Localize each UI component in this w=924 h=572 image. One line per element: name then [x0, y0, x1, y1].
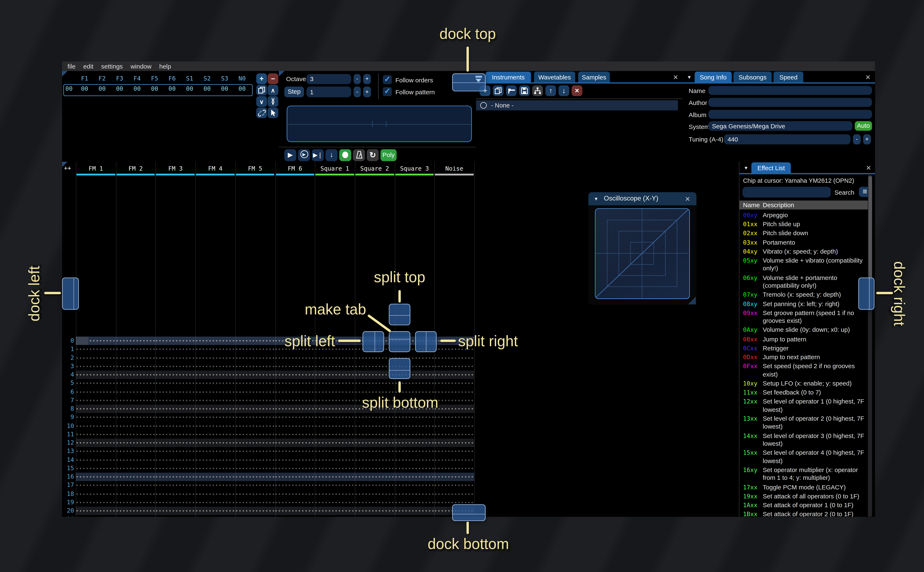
instruments-close-icon[interactable]: ×: [673, 73, 678, 81]
tab-wavetables[interactable]: Wavetables: [534, 72, 575, 82]
effect-row[interactable]: 0CxxRetrigger: [743, 344, 868, 352]
pattern-row[interactable]: 4: [62, 371, 474, 379]
repeat-pattern-button[interactable]: ↻: [367, 149, 379, 161]
tuning-increase-button[interactable]: +: [863, 134, 871, 145]
resize-grip-icon[interactable]: [688, 297, 696, 305]
author-field[interactable]: [709, 98, 872, 107]
order-cell[interactable]: 00: [111, 85, 128, 94]
follow-orders-checkbox[interactable]: ✓: [383, 75, 392, 84]
pattern-row[interactable]: 16: [62, 473, 474, 481]
song-info-close-icon[interactable]: ×: [865, 73, 870, 81]
system-field[interactable]: Sega Genesis/Mega Drive: [709, 121, 852, 131]
octave-decrease-button[interactable]: -: [354, 74, 361, 84]
instrument-open-button[interactable]: [506, 85, 517, 96]
step-increase-button[interactable]: +: [363, 87, 371, 97]
instrument-move-up-button[interactable]: ↑: [545, 85, 556, 96]
menu-settings[interactable]: settings: [101, 63, 123, 70]
effect-search-input[interactable]: [742, 187, 831, 197]
pattern-row[interactable]: 9: [62, 413, 474, 422]
effect-row[interactable]: 14xxSet level of operator 3 (0 highest, …: [743, 432, 868, 448]
instrument-folder-toggle-button[interactable]: [532, 85, 543, 96]
follow-pattern-checkbox[interactable]: ✓: [383, 87, 392, 96]
effect-row[interactable]: 16xySet operator multiplier (x: operator…: [743, 466, 868, 482]
effect-row[interactable]: 0DxxJump to next pattern: [743, 353, 868, 362]
effect-row[interactable]: 09xxSet groove pattern (speed 1 if no gr…: [743, 309, 868, 325]
effect-row[interactable]: 07xyTremolo (x: speed; y: depth): [743, 291, 868, 299]
split-right-target[interactable]: [415, 331, 437, 352]
tab-samples[interactable]: Samples: [578, 72, 610, 82]
effect-row[interactable]: 17xxToggle PCM mode (LEGACY): [743, 483, 868, 491]
order-edit-mode-button[interactable]: [268, 107, 278, 118]
order-cell[interactable]: 00: [128, 85, 146, 94]
pattern-row[interactable]: 19: [62, 498, 474, 507]
dock-top-target[interactable]: [452, 73, 486, 92]
tab-speed[interactable]: Speed: [774, 72, 804, 82]
pattern-row[interactable]: 17: [62, 481, 474, 490]
effect-row[interactable]: 1BxxSet attack of operator 2 (0 to 1F): [743, 510, 868, 517]
pattern-row[interactable]: 11: [62, 430, 474, 438]
make-tab-target[interactable]: [389, 331, 410, 352]
effect-row[interactable]: 12xxSet level of operator 1 (0 highest, …: [743, 398, 868, 414]
order-duplicate-icon-button[interactable]: [256, 85, 267, 95]
order-cell[interactable]: 00: [93, 85, 111, 94]
order-cell[interactable]: 00: [164, 85, 181, 94]
pattern-row[interactable]: 12: [62, 438, 474, 447]
play-repeat-button[interactable]: ▶: [298, 149, 310, 161]
system-auto-button[interactable]: Auto: [855, 121, 872, 131]
metronome-button[interactable]: [353, 149, 365, 161]
effect-row[interactable]: 0BxxJump to pattern: [743, 335, 868, 343]
effect-row[interactable]: 0FxxSet speed (speed 2 if no grooves exi…: [743, 362, 868, 378]
pattern-row[interactable]: 15: [62, 464, 474, 473]
album-field[interactable]: [709, 110, 872, 119]
effect-row[interactable]: 02xxPitch slide down: [743, 229, 868, 238]
tab-instruments[interactable]: Instruments: [486, 72, 531, 82]
instrument-list-item-none[interactable]: - None -: [476, 100, 678, 110]
effect-row[interactable]: 08xySet panning (x: left; y: right): [743, 300, 868, 308]
effect-row[interactable]: 04xyVibrato (x: speed; y: depth): [743, 247, 868, 256]
effect-list-close-icon[interactable]: ×: [866, 163, 871, 172]
record-button[interactable]: [339, 149, 351, 161]
name-field[interactable]: [709, 86, 872, 95]
split-top-target[interactable]: [389, 304, 410, 325]
effect-row[interactable]: 19xxSet attack of all operators (0 to 1F…: [743, 492, 868, 500]
pattern-row[interactable]: 20: [62, 507, 474, 515]
oscilloscope-close-icon[interactable]: ×: [685, 194, 690, 203]
effect-row[interactable]: 0AxyVolume slide (0y: down; x0: up): [743, 326, 868, 334]
step-decrease-button[interactable]: -: [354, 87, 361, 97]
step-input[interactable]: 1: [306, 87, 351, 97]
split-left-target[interactable]: [363, 331, 384, 352]
pattern-row[interactable]: 2: [62, 354, 474, 362]
poly-toggle-button[interactable]: Poly: [380, 149, 396, 161]
orders-row[interactable]: 0000000000000000000000: [62, 85, 251, 94]
order-cell[interactable]: 00: [198, 85, 216, 94]
song-info-collapse-icon[interactable]: ▼: [687, 75, 692, 80]
order-cell[interactable]: 00: [76, 85, 93, 94]
oscilloscope-title-bar[interactable]: ▼ Oscilloscope (X-Y) ×: [588, 192, 697, 205]
order-cell[interactable]: 00: [233, 85, 251, 94]
step-row-button[interactable]: ▶❘: [312, 149, 324, 161]
effect-row[interactable]: 06xyVolume slide + portamento (compatibi…: [743, 274, 868, 290]
menu-window[interactable]: window: [131, 63, 151, 70]
effect-list-collapse-icon[interactable]: ▼: [744, 165, 748, 171]
order-deep-clone-button[interactable]: [256, 107, 267, 118]
tab-subsongs[interactable]: Subsongs: [733, 72, 772, 82]
pattern-row[interactable]: 21: [62, 515, 474, 517]
menu-edit[interactable]: edit: [83, 63, 93, 70]
dock-right-target[interactable]: [858, 277, 874, 309]
oscilloscope-collapse-icon[interactable]: ▼: [594, 196, 598, 202]
menu-file[interactable]: file: [68, 63, 76, 70]
input-pad-widget[interactable]: [287, 106, 472, 142]
effect-list-scrollbar-thumb[interactable]: [868, 176, 872, 281]
dock-left-target[interactable]: [62, 277, 79, 309]
effect-row[interactable]: 10xySetup LFO (x: enable; y: speed): [743, 379, 868, 388]
pattern-row[interactable]: 5: [62, 379, 474, 388]
order-duplicate-end-button[interactable]: ∨∨: [268, 96, 278, 107]
instrument-save-button[interactable]: [519, 85, 530, 96]
split-bottom-target[interactable]: [389, 358, 410, 379]
instrument-move-down-button[interactable]: ↓: [558, 85, 569, 96]
pattern-row[interactable]: 3: [62, 362, 474, 371]
pattern-row[interactable]: 18: [62, 490, 474, 498]
pattern-row[interactable]: 10: [62, 422, 474, 430]
effect-row[interactable]: 15xxSet level of operator 4 (0 highest, …: [743, 449, 868, 465]
octave-increase-button[interactable]: +: [363, 74, 371, 84]
